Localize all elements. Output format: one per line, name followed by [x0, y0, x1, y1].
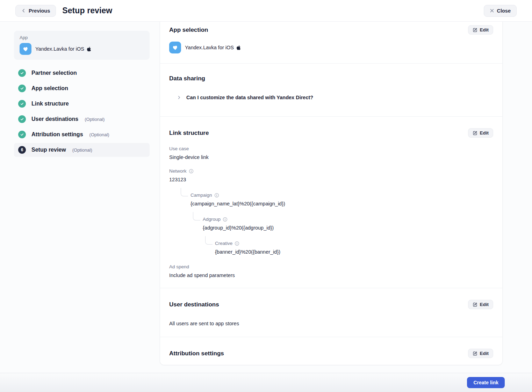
previous-label: Previous	[29, 8, 50, 14]
step-check-icon	[18, 115, 26, 123]
field-value: 123123	[169, 177, 493, 182]
app-label: App	[20, 35, 144, 40]
chevron-right-icon	[177, 95, 181, 100]
step-number-badge: 6	[18, 146, 26, 154]
close-button[interactable]: Close	[484, 5, 517, 17]
step-label: Setup review	[31, 147, 66, 153]
user-destinations-value: All users are sent to app stores	[169, 321, 493, 326]
info-icon[interactable]	[189, 169, 194, 174]
field-label: Campaign	[190, 193, 212, 198]
step-check-icon	[18, 69, 26, 77]
previous-button[interactable]: Previous	[15, 5, 56, 17]
step-check-icon	[18, 131, 26, 138]
step-optional: (Optional)	[89, 132, 109, 137]
step-check-icon	[18, 100, 26, 108]
app-name: Yandex.Lavka for iOS	[35, 46, 91, 52]
sidebar-item-link-structure[interactable]: Link structure	[14, 97, 150, 111]
edit-label: Edit	[480, 27, 489, 32]
ad-spend-field: Ad spend Include ad spend parameters	[169, 264, 493, 278]
edit-icon	[473, 28, 477, 32]
step-label: Link structure	[31, 101, 69, 107]
section-title: Link structure	[169, 130, 209, 137]
data-sharing-question[interactable]: Can I customize the data shared with Yan…	[177, 95, 493, 100]
info-icon[interactable]	[214, 193, 219, 198]
sidebar-item-app-selection[interactable]: App selection	[14, 81, 150, 95]
field-value: Single-device link	[169, 154, 493, 160]
apple-icon	[87, 46, 91, 52]
field-label: Network	[169, 168, 187, 174]
page-title: Setup review	[62, 6, 112, 15]
section-title: Attribution settings	[169, 350, 224, 357]
field-value: {banner_id}%20({banner_id})	[215, 249, 493, 255]
field-value: {adgroup_id}%20({adgroup_id})	[203, 225, 493, 231]
sidebar-item-user-destinations[interactable]: User destinations (Optional)	[14, 112, 150, 126]
steps-list: Partner selection App selection Link str…	[14, 66, 150, 157]
use-case-field: Use case Single-device link	[169, 146, 493, 160]
edit-attribution-settings-button[interactable]: Edit	[468, 349, 494, 358]
chevron-left-icon	[21, 8, 26, 13]
app-card: App Yandex.Lavka for iOS	[14, 31, 150, 60]
section-user-destinations: User destinations Edit All users are sen…	[160, 288, 502, 337]
section-app-selection: App selection Edit Yandex.Lavka for iOS	[160, 22, 502, 64]
field-label: Ad spend	[169, 264, 493, 269]
close-label: Close	[497, 8, 511, 14]
field-value: Include ad spend parameters	[169, 273, 493, 278]
network-field: Network 123123	[169, 168, 493, 182]
section-title: User destinations	[169, 301, 219, 308]
field-label: Adgroup	[203, 217, 221, 222]
field-label: Use case	[169, 146, 493, 151]
sidebar-item-partner-selection[interactable]: Partner selection	[14, 66, 150, 80]
review-card: App selection Edit Yandex.Lavka for iOS	[160, 22, 503, 365]
edit-user-destinations-button[interactable]: Edit	[468, 300, 494, 309]
apple-icon	[236, 45, 241, 50]
creative-node: Creative {banner_id}%20({banner_id})	[215, 241, 493, 255]
footer-bar: Create link	[0, 373, 532, 392]
edit-label: Edit	[480, 302, 489, 307]
field-value: {campaign_name_lat}%20({campaign_id})	[190, 201, 493, 206]
info-icon[interactable]	[223, 217, 228, 222]
step-label: Partner selection	[31, 70, 77, 76]
selected-app-row: Yandex.Lavka for iOS	[169, 42, 493, 56]
question-text: Can I customize the data shared with Yan…	[186, 95, 313, 100]
sidebar-item-setup-review[interactable]: 6 Setup review (Optional)	[14, 143, 150, 157]
info-icon[interactable]	[235, 241, 239, 246]
step-check-icon	[18, 85, 26, 92]
content-area: App Yandex.Lavka for iOS Partner select	[0, 22, 532, 373]
section-data-sharing: Data sharing Can I customize the data sh…	[160, 64, 502, 117]
step-label: App selection	[31, 85, 68, 92]
app-logo-icon	[20, 43, 31, 55]
sidebar: App Yandex.Lavka for iOS Partner select	[14, 22, 150, 373]
edit-link-structure-button[interactable]: Edit	[468, 128, 494, 138]
campaign-node: Campaign {campaign_name_lat}%20({campaig…	[190, 193, 493, 206]
field-label: Creative	[215, 241, 232, 246]
tree-connector	[181, 188, 188, 196]
step-label: User destinations	[31, 116, 78, 122]
step-label: Attribution settings	[31, 131, 83, 138]
header-bar: Previous Setup review Close	[0, 0, 532, 22]
step-optional: (Optional)	[72, 147, 92, 153]
edit-label: Edit	[480, 130, 489, 136]
app-name: Yandex.Lavka for iOS	[185, 45, 241, 50]
step-optional: (Optional)	[85, 117, 105, 122]
app-name-text: Yandex.Lavka for iOS	[185, 45, 234, 50]
edit-icon	[473, 131, 477, 136]
section-title: Data sharing	[169, 75, 205, 82]
edit-icon	[473, 351, 477, 356]
close-icon	[490, 8, 494, 13]
edit-app-selection-button[interactable]: Edit	[468, 25, 494, 35]
sidebar-item-attribution-settings[interactable]: Attribution settings (Optional)	[14, 128, 150, 141]
edit-label: Edit	[480, 351, 489, 356]
adgroup-node: Adgroup {adgroup_id}%20({adgroup_id})	[203, 217, 493, 231]
app-name-text: Yandex.Lavka for iOS	[35, 46, 84, 52]
create-link-button[interactable]: Create link	[467, 377, 505, 388]
tree-connector	[193, 212, 200, 220]
app-logo-icon	[169, 42, 181, 53]
edit-icon	[473, 302, 477, 307]
section-link-structure: Link structure Edit Use case Single-devi…	[160, 117, 502, 288]
section-title: App selection	[169, 27, 208, 34]
section-attribution-settings: Attribution settings Edit App-level sett…	[160, 337, 502, 365]
tree-connector	[205, 236, 213, 245]
